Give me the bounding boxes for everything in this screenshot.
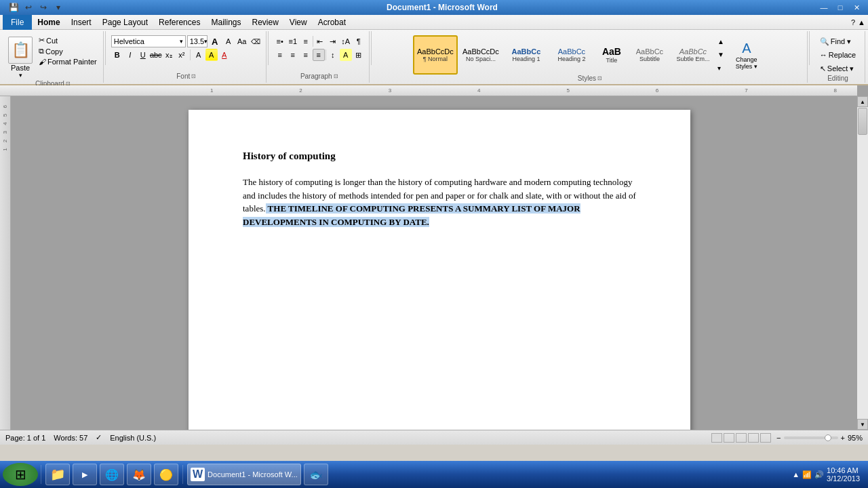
start-button[interactable]: ⊞ [3,463,38,486]
style-title[interactable]: AaB Title [595,35,629,75]
show-para-btn[interactable]: ¶ [353,35,365,47]
find-button[interactable]: 🔍 Find ▾ [816,35,855,47]
taskbar-ie-btn[interactable]: 🌐 [100,464,124,485]
select-button[interactable]: ↖ Select ▾ [816,62,859,75]
styles-expand-btn[interactable]: ⊡ [597,75,602,81]
help-btn[interactable]: ? [851,18,855,26]
draft-btn[interactable] [760,433,771,443]
align-right-btn[interactable]: ≡ [300,49,312,61]
para-expand-btn[interactable]: ⊡ [334,73,338,79]
zoom-in-btn[interactable]: + [841,434,845,442]
align-center-btn[interactable]: ≡ [287,49,299,61]
styles-scroll-down[interactable]: ▼ [717,51,724,58]
strikethrough-btn[interactable]: abc [150,49,162,61]
taskbar-chrome-btn[interactable]: 🟡 [154,464,178,485]
minimize-btn[interactable]: — [816,2,831,13]
bold-btn[interactable]: B [111,49,123,61]
tray-volume-icon[interactable]: 🔊 [814,470,824,479]
text-highlight-btn[interactable]: A [205,49,218,61]
web-layout-btn[interactable] [736,433,747,443]
print-layout-btn[interactable] [711,433,722,443]
divider-3 [371,31,372,65]
underline-btn[interactable]: U [137,49,149,61]
font-size-selector[interactable]: 13.5 ▾ [187,35,208,47]
taskbar-explorer-btn[interactable]: 📁 [45,464,70,485]
font-name-selector[interactable]: Helvetica ▾ [111,35,186,47]
shrink-font-btn[interactable]: A [222,35,235,47]
menu-file[interactable]: File [3,15,32,30]
taskbar-firefox-btn[interactable]: 🦊 [127,464,151,485]
styles-more-btn[interactable]: ▾ [717,64,724,72]
font-color-btn[interactable]: A [218,49,231,61]
increase-indent-btn[interactable]: ⇥ [327,35,339,47]
numbering-btn[interactable]: ≡1 [287,35,299,47]
format-painter-button[interactable]: 🖌 Format Painter [37,57,99,66]
style-heading1[interactable]: AaBbCc Heading 1 [504,35,549,75]
zoom-level[interactable]: 95% [848,434,863,442]
menu-mailings[interactable]: Mailings [205,16,246,28]
subscript-btn[interactable]: x₂ [163,49,175,61]
styles-scroll-up[interactable]: ▲ [717,38,724,45]
scroll-track[interactable] [857,107,868,419]
menu-view[interactable]: View [284,16,313,28]
menu-review[interactable]: Review [246,16,283,28]
style-no-spacing[interactable]: AaBbCcDc No Spaci... [458,35,503,75]
maximize-btn[interactable]: □ [833,2,848,13]
close-btn[interactable]: ✕ [849,2,864,13]
menu-references[interactable]: References [153,16,205,28]
multilevel-list-btn[interactable]: ≡ [300,35,312,47]
shading-btn[interactable]: A [340,49,352,61]
menu-acrobat[interactable]: Acrobat [313,16,351,28]
undo-qat-btn[interactable]: ↩ [22,1,35,14]
full-reading-btn[interactable] [724,433,734,443]
scroll-down-btn[interactable]: ▼ [857,419,868,430]
style-normal[interactable]: AaBbCcDc ¶ Normal [413,35,458,75]
copy-button[interactable]: ⧉ Copy [37,46,99,56]
grow-font-btn[interactable]: A [209,35,221,47]
scroll-thumb[interactable] [858,108,867,135]
customize-qat-btn[interactable]: ▾ [52,1,65,14]
style-subtitle[interactable]: AaBbCc Subtitle [629,35,670,75]
paste-arrow[interactable]: ▾ [19,72,22,79]
taskbar-media-btn[interactable]: ▶ [73,464,97,485]
decrease-indent-btn[interactable]: ⇤ [314,35,326,47]
paste-button[interactable]: 📋 Paste ▾ [7,35,34,80]
menu-insert[interactable]: Insert [66,16,97,28]
zoom-thumb[interactable] [825,434,831,441]
text-effects-btn[interactable]: A [193,49,205,61]
zoom-out-btn[interactable]: − [776,434,781,442]
justify-btn[interactable]: ≡ [313,49,325,61]
superscript-btn[interactable]: x² [176,49,188,61]
borders-btn[interactable]: ⊞ [353,49,365,61]
clear-format-btn[interactable]: ⌫ [250,35,262,47]
style-subtle-em[interactable]: AaBbCc Subtle Em... [671,35,715,75]
menu-home[interactable]: Home [32,16,65,28]
replace-button[interactable]: ↔ Replace [816,49,860,61]
language-indicator[interactable]: English (U.S.) [110,434,156,442]
style-heading2[interactable]: AaBbCc Heading 2 [549,35,594,75]
menu-page-layout[interactable]: Page Layout [97,16,153,28]
zoom-slider[interactable] [784,436,838,439]
font-expand-btn[interactable]: ⊡ [191,73,196,79]
cut-button[interactable]: ✂ Cut [37,35,99,45]
sort-btn[interactable]: ↕A [340,35,352,47]
style-heading1-label: Heading 1 [512,56,540,62]
outline-btn[interactable] [748,433,759,443]
document-scroll[interactable]: History of computing The history of comp… [0,85,868,430]
taskbar-app-btn[interactable]: 🐟 [304,464,328,485]
bullets-btn[interactable]: ≡• [274,35,286,47]
save-qat-btn[interactable]: 💾 [7,1,20,14]
document-page[interactable]: History of computing The history of comp… [189,110,690,430]
line-spacing-btn[interactable]: ↕ [327,49,339,61]
align-left-btn[interactable]: ≡ [274,49,286,61]
redo-qat-btn[interactable]: ↪ [37,1,50,14]
document-paragraph[interactable]: The history of computing is longer than … [243,176,636,228]
spell-check-icon[interactable]: ✓ [96,433,102,442]
change-styles-button[interactable]: A ChangeStyles ▾ [726,35,767,75]
tray-arrow[interactable]: ▲ [792,470,800,479]
change-case-btn[interactable]: Aa [236,35,248,47]
taskbar-word-btn[interactable]: W Document1 - Microsoft W... [187,464,301,485]
italic-btn[interactable]: I [124,49,136,61]
scroll-up-btn[interactable]: ▲ [857,96,868,107]
minimize-ribbon-btn[interactable]: ▲ [858,18,865,26]
